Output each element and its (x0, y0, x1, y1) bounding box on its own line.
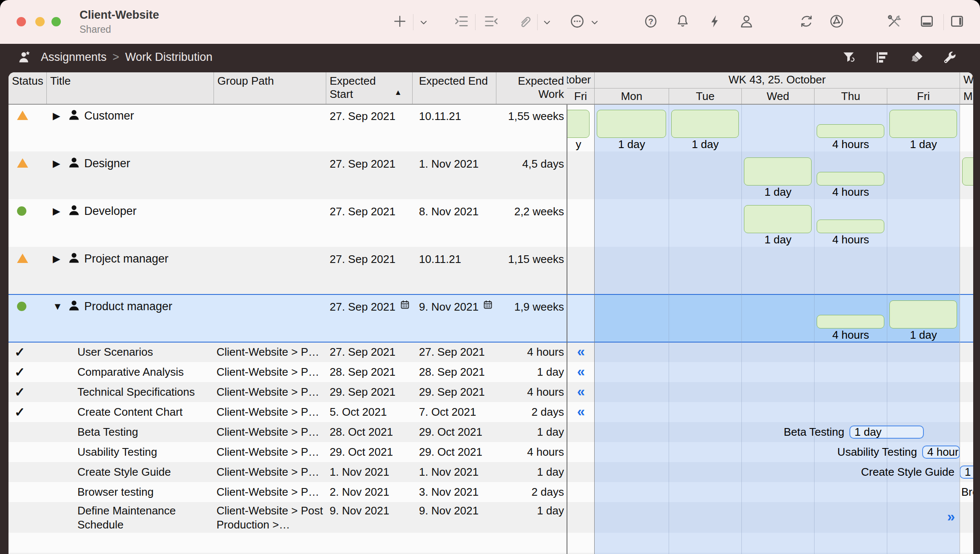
table-row-task[interactable]: Usability TestingClient-Website > P…29. … (9, 442, 973, 462)
group-path-value: Client-Website > P… (217, 362, 324, 382)
gantt-highlight-region (594, 533, 960, 553)
table-row-task[interactable]: Create Style GuideClient-Website > P…1. … (9, 462, 973, 482)
disclosure-collapsed-icon[interactable]: ▶ (53, 253, 60, 265)
gantt-bar[interactable] (817, 124, 884, 138)
gantt-day-header-tue: Tue (669, 88, 741, 104)
user-icon[interactable] (738, 13, 755, 29)
sync-icon[interactable] (798, 13, 815, 29)
more-menu-chevron-icon[interactable] (590, 17, 600, 28)
gantt-bar[interactable] (567, 110, 590, 138)
tools-icon[interactable] (886, 13, 902, 29)
attachment-icon[interactable] (516, 13, 533, 29)
gantt-highlight-region (594, 482, 960, 502)
table-gantt-splitter[interactable] (567, 72, 567, 554)
table-row-task[interactable]: Browser testingClient-Website > P…2. Nov… (9, 482, 973, 502)
table-row-task[interactable]: ✓Create Content ChartClient-Website > P…… (9, 402, 973, 422)
table-row-task[interactable]: ✓Comparative AnalysisClient-Website > P…… (9, 362, 973, 382)
close-traffic-light[interactable] (17, 17, 26, 26)
gantt-overflow-right-icon[interactable]: » (942, 507, 960, 527)
column-header-status[interactable]: Status (9, 72, 47, 104)
status-ok-icon (17, 302, 26, 311)
breadcrumb-bar: Assignments>Work Distribution (0, 44, 980, 71)
notifications-bell-icon[interactable] (675, 13, 691, 29)
table-row-assignment[interactable]: ▶Project manager27. Sep 202110.11.211,15… (9, 247, 973, 294)
gantt-overflow-left-icon[interactable]: « (573, 342, 590, 362)
status-warning-icon (17, 158, 28, 168)
breadcrumb-item-assignments[interactable]: Assignments (41, 51, 107, 63)
expected-work-value: 1 day (496, 362, 564, 382)
attachment-menu-chevron-icon[interactable] (542, 17, 552, 28)
group-path-value: Client-Website > P… (217, 462, 324, 482)
toggle-bottom-panel-icon[interactable] (919, 13, 935, 29)
table-row-assignment[interactable]: ▼Product manager27. Sep 20219. Nov 20211… (9, 294, 973, 342)
network-icon[interactable] (829, 13, 845, 29)
table-row-task[interactable]: Beta TestingClient-Website > P…28. Oct 2… (9, 422, 973, 442)
gantt-bar[interactable] (817, 315, 884, 328)
row-title: Usability Testing (77, 442, 205, 462)
column-header-group-path[interactable]: Group Path (214, 72, 326, 104)
group-path-value: Client-Website > Post Production >… (217, 504, 324, 532)
expected-end-value: 9. Nov 2021 (419, 504, 479, 518)
gantt-bar[interactable] (671, 110, 739, 138)
disclosure-collapsed-icon[interactable]: ▶ (53, 110, 60, 122)
gantt-task-duration-box[interactable]: 4 hours (922, 445, 960, 459)
group-path-value: Client-Website > P… (217, 422, 324, 442)
help-icon[interactable]: ? (643, 13, 659, 29)
disclosure-collapsed-icon[interactable]: ▶ (53, 158, 60, 169)
disclosure-expanded-icon[interactable]: ▼ (53, 301, 63, 312)
gantt-task-duration-box[interactable]: 1 day (960, 465, 973, 479)
filter-icon[interactable] (840, 49, 857, 66)
gantt-bar[interactable] (962, 157, 973, 186)
table-row-assignment[interactable]: ▶Customer27. Sep 202110.11.211,55 weeksy… (9, 104, 973, 151)
toggle-right-panel-icon[interactable] (949, 13, 965, 29)
table-row-task[interactable]: ✓Technical SpecificationsClient-Website … (9, 382, 973, 402)
gantt-bar[interactable] (817, 220, 884, 233)
window-title: Client-Website (80, 9, 159, 22)
outdent-icon[interactable] (483, 13, 499, 29)
gantt-overflow-left-icon[interactable]: « (573, 402, 590, 422)
breadcrumb-item-work-distribution[interactable]: Work Distribution (125, 51, 212, 63)
row-title: Customer (84, 109, 134, 123)
disclosure-collapsed-icon[interactable]: ▶ (53, 206, 60, 217)
table-row-assignment[interactable]: ▶Designer27. Sep 20211. Nov 20214,5 days… (9, 151, 973, 199)
gantt-highlight-region (594, 362, 960, 382)
assignments-view-icon (17, 49, 33, 66)
expected-work-value: 4 hours (496, 342, 564, 362)
column-header-expected-work[interactable]: Expected Work (496, 72, 567, 104)
gantt-bar[interactable] (744, 157, 812, 186)
table-row-task[interactable]: ✓User ScenariosClient-Website > P…27. Se… (9, 342, 973, 362)
gantt-bar[interactable] (889, 300, 957, 328)
calendar-icon[interactable] (400, 300, 410, 310)
column-header-title[interactable]: Title (47, 72, 214, 104)
expected-start-value: 1. Nov 2021 (330, 462, 389, 482)
minimize-traffic-light[interactable] (35, 17, 45, 26)
gantt-bar[interactable] (889, 110, 957, 138)
zoom-traffic-light[interactable] (51, 17, 61, 26)
row-title: Define Maintenance Schedule (77, 504, 205, 532)
calendar-icon[interactable] (483, 300, 493, 310)
column-header-expected-start[interactable]: Expected Start ▲ (326, 72, 413, 104)
indent-icon[interactable] (453, 13, 470, 29)
gantt-bar[interactable] (744, 205, 812, 233)
format-brush-icon[interactable] (909, 49, 925, 66)
view-options-icon[interactable] (874, 49, 890, 66)
expected-start-value: 2. Nov 2021 (330, 482, 389, 502)
activity-bolt-icon[interactable] (707, 13, 723, 29)
add-menu-chevron-icon[interactable] (419, 17, 429, 28)
breadcrumb-separator: > (107, 51, 125, 63)
table-row-task[interactable]: Define Maintenance ScheduleClient-Websit… (9, 502, 973, 533)
row-title: Browser testing (77, 482, 205, 502)
gantt-bar[interactable] (597, 110, 666, 138)
gantt-bar[interactable] (817, 172, 884, 186)
add-button[interactable] (392, 13, 408, 29)
person-icon (67, 156, 81, 169)
more-icon[interactable] (569, 13, 585, 29)
group-path-value: Client-Website > P… (217, 382, 324, 402)
settings-wrench-icon[interactable] (942, 49, 958, 66)
gantt-overflow-left-icon[interactable]: « (573, 382, 590, 402)
gantt-overflow-left-icon[interactable]: « (573, 362, 590, 382)
column-header-expected-end[interactable]: Expected End (413, 72, 496, 104)
table-row-assignment[interactable]: ▶Developer27. Sep 20218. Nov 20212,2 wee… (9, 199, 973, 247)
expected-end-value: 10.11.21 (419, 110, 461, 123)
title-bar: Client-Website Shared ? (0, 0, 980, 44)
